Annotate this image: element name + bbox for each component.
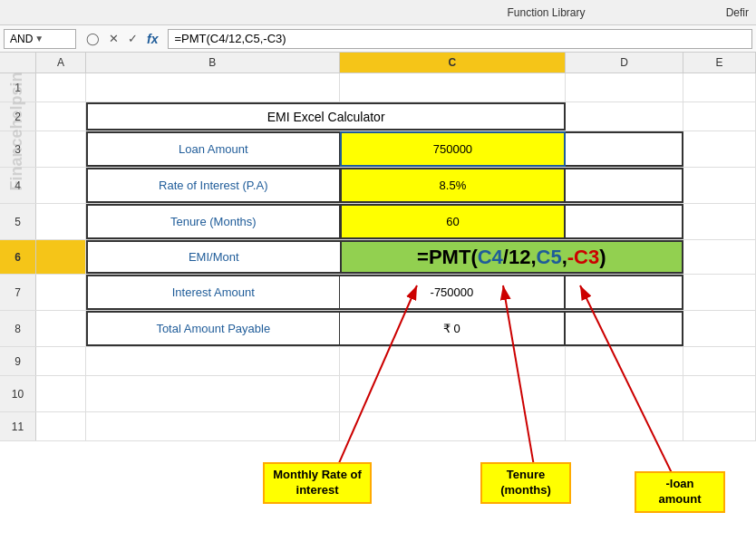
cell-total-label[interactable]: Total Amount Payable (86, 311, 340, 346)
col-header-a[interactable]: A (36, 53, 86, 72)
formula-bar: AND ▼ ◯ ✕ ✓ fx (0, 25, 756, 53)
row-11: 11 (0, 412, 756, 441)
formula-input[interactable] (168, 29, 752, 49)
fx-icon[interactable]: fx (144, 31, 160, 47)
cell-a3[interactable] (36, 131, 86, 167)
row-5: 5 Tenure (Months) 60 (0, 204, 756, 240)
cell-d4[interactable] (566, 168, 683, 203)
name-box-arrow-icon[interactable]: ▼ (34, 34, 44, 44)
cell-e8[interactable] (683, 311, 756, 346)
row-num-8: 8 (0, 311, 36, 346)
cell-a10[interactable] (36, 376, 86, 411)
col-header-b[interactable]: B (86, 53, 340, 72)
cell-d8[interactable] (566, 311, 683, 346)
cell-a11[interactable] (36, 412, 86, 440)
annotation-monthly-rate: Monthly Rate of interest (263, 462, 372, 504)
formula-icons: ◯ ✕ ✓ fx (83, 31, 160, 47)
cell-d10[interactable] (566, 376, 683, 411)
row-num-7: 7 (0, 275, 36, 310)
column-headers: A B C D E (0, 53, 756, 73)
cell-d11[interactable] (566, 412, 683, 440)
cell-emi-label[interactable]: EMI/Mont (86, 240, 340, 274)
cell-a2[interactable] (36, 102, 86, 130)
row-4: 4 Rate of Interest (P.A) 8.5% (0, 168, 756, 204)
cell-d2[interactable] (566, 102, 683, 130)
row-num-9: 9 (0, 347, 36, 375)
cell-b9[interactable] (86, 347, 340, 375)
row-6: 6 EMI/Mont =PMT(C4/12,C5,-C3) (0, 240, 756, 275)
cell-b11[interactable] (86, 412, 340, 440)
cell-c10[interactable] (340, 376, 567, 411)
cell-e1[interactable] (683, 73, 756, 102)
cell-title[interactable]: EMI Excel Calculator (86, 102, 566, 130)
cell-d1[interactable] (566, 73, 683, 102)
row-1: 1 (0, 73, 756, 102)
ribbon-bar: Function Library Defir (0, 0, 756, 25)
cell-b1[interactable] (86, 73, 340, 102)
cell-d7[interactable] (566, 275, 683, 310)
cell-a9[interactable] (36, 347, 86, 375)
annotation-tenure: Tenure(months) (480, 462, 571, 504)
cell-d5[interactable] (566, 204, 683, 239)
cell-b10[interactable] (86, 376, 340, 411)
corner-cell (0, 53, 36, 72)
cell-rate-value[interactable]: 8.5% (340, 168, 567, 203)
row-num-10: 10 (0, 376, 36, 411)
row-num-1: 1 (0, 73, 36, 102)
cell-e2[interactable] (683, 102, 756, 130)
row-10: 10 (0, 376, 756, 412)
cell-interest-value[interactable]: -750000 (340, 275, 567, 310)
checkmark-icon[interactable]: ✓ (125, 31, 141, 46)
cancel-icon[interactable]: ✕ (106, 31, 121, 46)
row-2: 2 EMI Excel Calculator (0, 102, 756, 131)
cell-total-value[interactable]: ₹ 0 (340, 311, 567, 346)
cell-emi-formula[interactable]: =PMT(C4/12,C5,-C3) (340, 240, 684, 274)
cell-e3[interactable] (683, 131, 756, 167)
row-9: 9 (0, 347, 756, 376)
cell-d9[interactable] (566, 347, 683, 375)
col-header-e[interactable]: E (683, 53, 756, 72)
cell-d3[interactable] (566, 131, 683, 167)
cell-tenure-value[interactable]: 60 (340, 204, 567, 239)
cell-e4[interactable] (683, 168, 756, 203)
col-header-d[interactable]: D (566, 53, 683, 72)
ribbon-title: Function Library (366, 6, 725, 19)
col-header-c[interactable]: C (340, 53, 567, 72)
cell-interest-label[interactable]: Interest Amount (86, 275, 340, 310)
cell-a8[interactable] (36, 311, 86, 346)
row-num-6: 6 (0, 240, 36, 274)
cell-c1[interactable] (340, 73, 567, 102)
cell-rate-label[interactable]: Rate of Interest (P.A) (86, 168, 340, 203)
cell-e9[interactable] (683, 347, 756, 375)
ribbon-right: Defir (726, 6, 749, 19)
cell-c9[interactable] (340, 347, 567, 375)
cell-a7[interactable] (36, 275, 86, 310)
cell-a1[interactable] (36, 73, 86, 102)
cell-tenure-label[interactable]: Tenure (Months) (86, 204, 340, 239)
cell-e6[interactable] (683, 240, 756, 274)
row-num-3: 3 (0, 131, 36, 167)
cell-c11[interactable] (340, 412, 567, 440)
circle-icon[interactable]: ◯ (83, 31, 102, 46)
cell-a6[interactable] (36, 240, 86, 274)
row-num-4: 4 (0, 168, 36, 203)
cell-e7[interactable] (683, 275, 756, 310)
cell-e10[interactable] (683, 376, 756, 411)
name-box[interactable]: AND ▼ (4, 29, 76, 49)
cell-e5[interactable] (683, 204, 756, 239)
row-8: 8 Total Amount Payable ₹ 0 (0, 311, 756, 347)
spreadsheet: A B C D E 1 2 EMI Excel Calculator 3 Loa… (0, 53, 756, 441)
cell-loan-label[interactable]: Loan Amount (86, 131, 340, 167)
cell-loan-value[interactable]: 750000 (340, 131, 567, 167)
cell-a4[interactable] (36, 168, 86, 203)
row-7: 7 Interest Amount -750000 (0, 275, 756, 311)
cell-a5[interactable] (36, 204, 86, 239)
row-num-11: 11 (0, 412, 36, 440)
row-num-5: 5 (0, 204, 36, 239)
row-num-2: 2 (0, 102, 36, 130)
row-3: 3 Loan Amount 750000 (0, 131, 756, 168)
cell-e11[interactable] (683, 412, 756, 440)
annotation-loan-amount: -loanamount (635, 471, 725, 513)
